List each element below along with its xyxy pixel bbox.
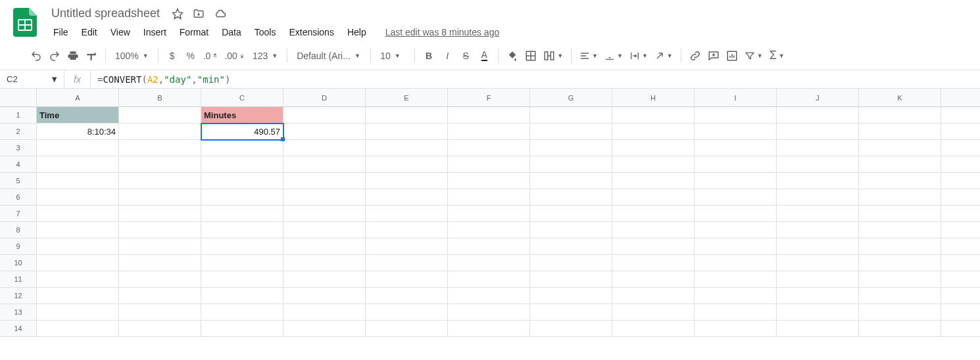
selection-handle[interactable] — [281, 137, 285, 141]
cell[interactable] — [530, 255, 612, 271]
cell[interactable] — [366, 321, 448, 337]
cell[interactable] — [283, 140, 366, 156]
column-header[interactable]: C — [201, 89, 283, 107]
cell[interactable] — [777, 156, 859, 173]
cell[interactable] — [777, 173, 859, 189]
cell[interactable] — [448, 304, 530, 321]
cell-D2[interactable] — [283, 124, 366, 140]
cell[interactable] — [777, 238, 859, 255]
cell[interactable] — [530, 222, 612, 238]
cell[interactable] — [283, 189, 366, 206]
cell[interactable] — [941, 321, 980, 337]
cell[interactable] — [37, 189, 119, 206]
cell[interactable] — [777, 189, 859, 206]
cell-C2[interactable]: 490.57 — [201, 124, 283, 140]
cell[interactable] — [859, 288, 941, 304]
paint-format-button[interactable] — [83, 47, 100, 64]
cell[interactable] — [366, 255, 448, 271]
cell[interactable] — [201, 173, 283, 189]
fill-color-button[interactable] — [504, 47, 521, 64]
cell[interactable] — [448, 173, 530, 189]
cell[interactable] — [695, 238, 777, 255]
cell[interactable] — [777, 271, 859, 288]
cell[interactable] — [530, 173, 612, 189]
name-box[interactable]: C2 ▼ — [0, 70, 64, 88]
cell[interactable] — [283, 222, 366, 238]
cell[interactable] — [119, 206, 201, 222]
cell[interactable] — [201, 206, 283, 222]
cell[interactable] — [366, 238, 448, 255]
sheets-logo-icon[interactable] — [13, 8, 39, 34]
cell[interactable] — [366, 173, 448, 189]
cell-L2[interactable] — [941, 124, 980, 140]
filter-button[interactable]: ▼ — [742, 47, 766, 64]
cell[interactable] — [201, 255, 283, 271]
cell[interactable] — [201, 222, 283, 238]
cell[interactable] — [530, 271, 612, 288]
cell[interactable] — [530, 304, 612, 321]
cell[interactable] — [859, 206, 941, 222]
row-header[interactable]: 5 — [0, 173, 37, 189]
strikethrough-button[interactable]: S — [457, 47, 474, 64]
cell[interactable] — [612, 173, 695, 189]
cell[interactable] — [201, 288, 283, 304]
cell[interactable] — [859, 173, 941, 189]
cell-K1[interactable] — [859, 107, 941, 124]
cell-K2[interactable] — [859, 124, 941, 140]
cell[interactable] — [612, 255, 695, 271]
column-header[interactable]: I — [695, 89, 777, 107]
cell[interactable] — [859, 222, 941, 238]
vertical-align-button[interactable]: ▼ — [602, 47, 625, 64]
menu-help[interactable]: Help — [341, 24, 372, 40]
cloud-status-icon[interactable] — [214, 8, 227, 20]
cell[interactable] — [366, 271, 448, 288]
cell-B2[interactable] — [119, 124, 201, 140]
cell[interactable] — [201, 271, 283, 288]
cell[interactable] — [366, 288, 448, 304]
cell[interactable] — [283, 173, 366, 189]
column-header[interactable]: F — [448, 89, 530, 107]
menu-view[interactable]: View — [105, 24, 136, 40]
cell[interactable] — [37, 321, 119, 337]
text-rotation-button[interactable]: ▼ — [652, 47, 675, 64]
cell[interactable] — [530, 140, 612, 156]
cell[interactable] — [283, 288, 366, 304]
cell[interactable] — [695, 173, 777, 189]
cell-G1[interactable] — [530, 107, 612, 124]
cell[interactable] — [777, 140, 859, 156]
merge-cells-button[interactable]: ▼ — [541, 47, 566, 64]
functions-button[interactable]: Σ▼ — [767, 47, 787, 64]
formula-bar[interactable]: =CONVERT(A2, "day", "min") — [91, 70, 980, 88]
cell[interactable] — [530, 238, 612, 255]
cell-I2[interactable] — [695, 124, 777, 140]
cell[interactable] — [366, 140, 448, 156]
column-header[interactable]: A — [37, 89, 119, 107]
cell-L1[interactable] — [941, 107, 980, 124]
row-header[interactable]: 1 — [0, 107, 37, 124]
cell[interactable] — [37, 304, 119, 321]
cell[interactable] — [448, 288, 530, 304]
increase-decimal-button[interactable]: .00 — [222, 47, 247, 64]
cell[interactable] — [119, 238, 201, 255]
cell[interactable] — [201, 189, 283, 206]
cell[interactable] — [777, 255, 859, 271]
cell[interactable] — [283, 238, 366, 255]
text-wrap-button[interactable]: ▼ — [627, 47, 650, 64]
cell[interactable] — [37, 173, 119, 189]
cell[interactable] — [366, 206, 448, 222]
cell[interactable] — [448, 321, 530, 337]
cell[interactable] — [37, 206, 119, 222]
cell[interactable] — [283, 271, 366, 288]
cell[interactable] — [37, 255, 119, 271]
cell-J1[interactable] — [777, 107, 859, 124]
cell[interactable] — [612, 156, 695, 173]
cell[interactable] — [530, 206, 612, 222]
row-header[interactable]: 10 — [0, 255, 37, 271]
cell[interactable] — [859, 255, 941, 271]
cell[interactable] — [941, 173, 980, 189]
cell[interactable] — [695, 156, 777, 173]
row-header[interactable]: 2 — [0, 124, 37, 140]
cell[interactable] — [612, 238, 695, 255]
cell-C1[interactable]: Minutes — [201, 107, 283, 124]
number-format-dropdown[interactable]: 123▼ — [249, 51, 282, 61]
